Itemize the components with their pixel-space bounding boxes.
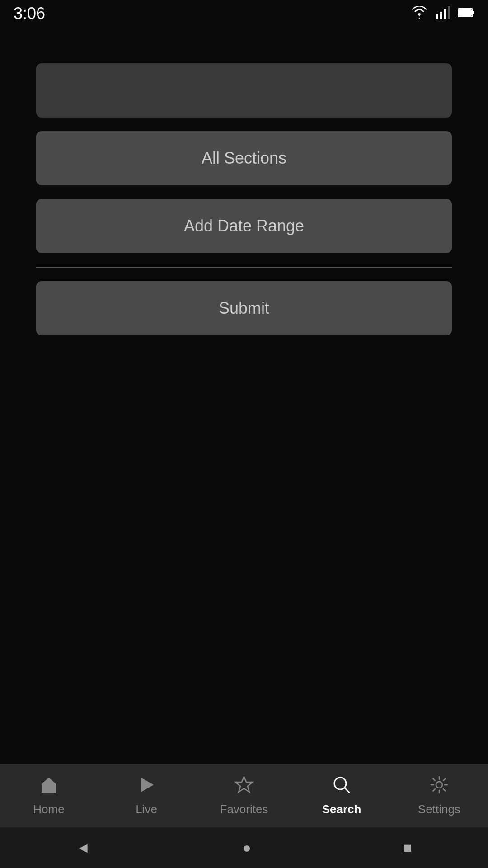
search-input-container[interactable] bbox=[36, 63, 452, 118]
search-input[interactable] bbox=[36, 63, 452, 118]
android-recent-button[interactable]: ■ bbox=[403, 840, 412, 856]
star-icon bbox=[234, 775, 254, 798]
wifi-icon bbox=[411, 6, 427, 21]
nav-label-favorites: Favorites bbox=[220, 802, 268, 816]
nav-item-settings[interactable]: Settings bbox=[390, 775, 488, 816]
svg-rect-3 bbox=[448, 6, 450, 19]
svg-rect-0 bbox=[436, 14, 438, 19]
svg-line-11 bbox=[344, 788, 350, 793]
svg-marker-8 bbox=[141, 778, 154, 792]
svg-rect-2 bbox=[444, 9, 446, 19]
all-sections-button[interactable]: All Sections bbox=[36, 131, 452, 185]
battery-icon bbox=[458, 7, 474, 20]
nav-label-home: Home bbox=[33, 802, 64, 816]
status-bar: 3:06 bbox=[0, 0, 488, 27]
android-home-button[interactable]: ● bbox=[242, 840, 251, 856]
nav-item-live[interactable]: Live bbox=[98, 775, 195, 816]
gear-icon bbox=[429, 775, 449, 798]
android-back-button[interactable]: ◄ bbox=[76, 840, 90, 856]
nav-label-settings: Settings bbox=[418, 802, 460, 816]
svg-rect-7 bbox=[46, 788, 52, 793]
svg-rect-6 bbox=[459, 9, 472, 16]
svg-rect-5 bbox=[473, 11, 474, 14]
nav-label-live: Live bbox=[136, 802, 157, 816]
svg-marker-9 bbox=[235, 777, 253, 792]
nav-label-search: Search bbox=[322, 802, 361, 816]
status-time: 3:06 bbox=[14, 4, 45, 23]
android-nav: ◄ ● ■ bbox=[0, 827, 488, 868]
nav-item-search[interactable]: Search bbox=[293, 775, 390, 816]
nav-item-favorites[interactable]: Favorites bbox=[195, 775, 293, 816]
play-icon bbox=[136, 775, 156, 798]
svg-point-12 bbox=[436, 782, 442, 788]
submit-button[interactable]: Submit bbox=[36, 281, 452, 335]
main-content: All Sections Add Date Range Submit bbox=[0, 27, 488, 764]
add-date-range-button[interactable]: Add Date Range bbox=[36, 199, 452, 253]
nav-item-home[interactable]: Home bbox=[0, 775, 98, 816]
svg-rect-1 bbox=[440, 12, 442, 19]
signal-icon bbox=[436, 6, 450, 21]
search-icon bbox=[332, 775, 352, 798]
home-icon bbox=[39, 775, 59, 798]
divider bbox=[36, 267, 452, 268]
bottom-nav: Home Live Favorites Search bbox=[0, 764, 488, 827]
status-icons bbox=[411, 6, 474, 21]
